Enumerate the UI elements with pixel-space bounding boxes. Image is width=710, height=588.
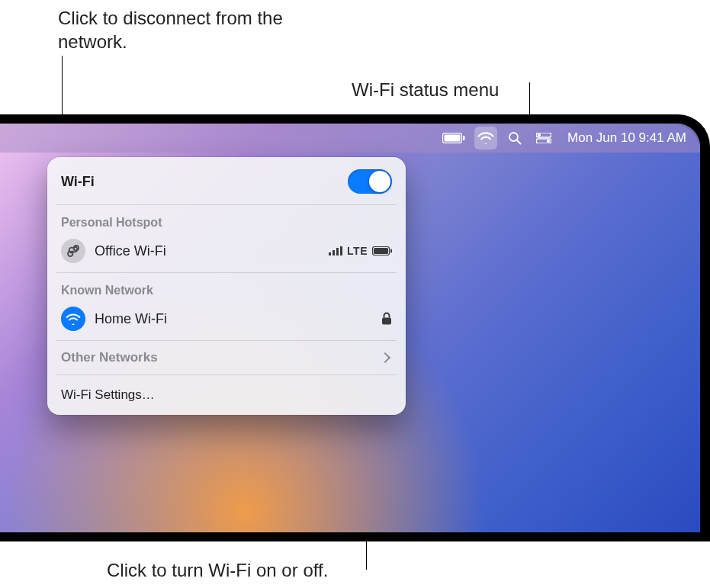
lock-icon bbox=[381, 312, 392, 326]
section-title-known: Known Network bbox=[47, 276, 406, 300]
svg-rect-13 bbox=[336, 248, 339, 255]
svg-rect-1 bbox=[445, 135, 461, 142]
divider bbox=[56, 272, 397, 273]
callout-disconnect: Click to disconnect from the network. bbox=[58, 6, 287, 53]
wifi-toggle[interactable] bbox=[348, 169, 392, 194]
svg-rect-12 bbox=[333, 250, 335, 255]
cellular-signal-icon bbox=[329, 246, 342, 255]
menubar-clock[interactable]: Mon Jun 10 9:41 AM bbox=[561, 127, 689, 149]
menubar: Mon Jun 10 9:41 AM bbox=[0, 124, 700, 153]
svg-rect-16 bbox=[374, 248, 388, 254]
spotlight-search-icon[interactable] bbox=[503, 127, 526, 149]
known-network-name: Home Wi-Fi bbox=[95, 311, 372, 327]
hotspot-band: LTE bbox=[347, 245, 368, 257]
svg-rect-18 bbox=[382, 318, 391, 325]
svg-point-3 bbox=[509, 133, 518, 141]
section-title-hotspot: Personal Hotspot bbox=[47, 208, 406, 233]
chevron-right-icon bbox=[380, 352, 390, 363]
wifi-title: Wi-Fi bbox=[61, 174, 339, 190]
wifi-settings-link[interactable]: Wi-Fi Settings… bbox=[47, 378, 406, 412]
known-network-row[interactable]: Home Wi-Fi bbox=[47, 300, 406, 337]
hotspot-battery-icon bbox=[372, 246, 392, 255]
svg-rect-14 bbox=[340, 246, 342, 255]
divider bbox=[56, 204, 397, 205]
callout-status-menu: Wi-Fi status menu bbox=[352, 78, 499, 101]
svg-rect-17 bbox=[390, 249, 392, 253]
wifi-connected-icon bbox=[61, 307, 85, 331]
hotspot-status: LTE bbox=[329, 245, 392, 257]
svg-rect-11 bbox=[329, 252, 331, 255]
svg-point-6 bbox=[538, 133, 541, 137]
svg-rect-2 bbox=[463, 136, 465, 140]
hotspot-icon bbox=[61, 239, 85, 263]
hotspot-row[interactable]: Office Wi-Fi LTE bbox=[47, 233, 406, 269]
divider bbox=[56, 340, 397, 341]
hotspot-name: Office Wi-Fi bbox=[95, 243, 320, 259]
wifi-status-menu-icon[interactable] bbox=[474, 127, 497, 149]
battery-icon[interactable] bbox=[439, 127, 468, 149]
svg-line-4 bbox=[517, 140, 521, 144]
wifi-toggle-knob bbox=[369, 171, 390, 192]
wifi-popover-header: Wi-Fi bbox=[47, 162, 406, 201]
laptop-frame: Mon Jun 10 9:41 AM Wi-Fi Personal Hotspo… bbox=[0, 114, 710, 541]
other-networks-label: Other Networks bbox=[61, 350, 372, 365]
divider bbox=[56, 374, 397, 375]
desktop: Mon Jun 10 9:41 AM Wi-Fi Personal Hotspo… bbox=[0, 124, 700, 532]
callout-toggle: Click to turn Wi-Fi on or off. bbox=[107, 558, 328, 582]
svg-point-8 bbox=[547, 140, 550, 143]
wifi-popover: Wi-Fi Personal Hotspot Office Wi-Fi bbox=[47, 157, 406, 415]
other-networks-row[interactable]: Other Networks bbox=[47, 344, 406, 371]
control-center-icon[interactable] bbox=[532, 127, 555, 149]
